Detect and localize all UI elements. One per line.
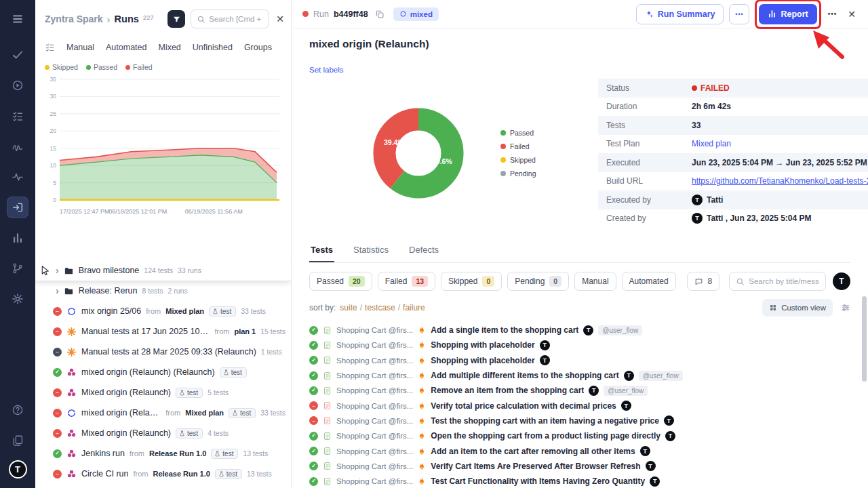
chevron-right-icon[interactable]: › [56, 265, 59, 276]
runs-tab-mixed[interactable]: Mixed [158, 43, 180, 52]
test-title[interactable]: Test the shopping cart with an item havi… [431, 416, 659, 426]
report-button[interactable]: Report [759, 4, 816, 24]
chevron-right-icon[interactable]: › [56, 285, 59, 296]
test-title[interactable]: Shopping with placeholder [431, 340, 534, 350]
runs-tab-automated[interactable]: Automated [106, 43, 146, 52]
group-name[interactable]: Release: Rerun [79, 286, 138, 296]
run-plan-name[interactable]: plan 1 [234, 327, 256, 336]
assignee-avatar[interactable]: T [589, 386, 599, 396]
sort-failure[interactable]: failure [403, 303, 425, 312]
test-row[interactable]: ✓Shopping Cart @firs...Add multiple diff… [309, 368, 850, 383]
group-name[interactable]: Bravo milestone [79, 266, 140, 275]
run-row[interactable]: ✓Jenkins runfromRelease Run 1.0test13 te… [35, 443, 291, 464]
tests-search[interactable] [729, 272, 826, 291]
run-name[interactable]: mix origin 25/06 [81, 306, 141, 316]
summary-more-button[interactable]: ••• [729, 4, 749, 24]
assignee-avatar[interactable]: T [540, 355, 550, 365]
runs-tab-manual[interactable]: Manual [66, 43, 94, 52]
run-row[interactable]: –Circle CI runfromRelease Run 1.0test13 … [35, 464, 291, 484]
test-title[interactable]: Shopping with placeholder [431, 356, 534, 365]
test-suite[interactable]: Shopping Cart @firs... [336, 417, 413, 425]
test-suite[interactable]: Shopping Cart @firs... [336, 447, 413, 455]
run-row[interactable]: –Mixed origin (Relaunch)test4 tests [35, 423, 291, 443]
test-title[interactable]: Remove an item from the shopping cart [431, 386, 584, 395]
test-title[interactable]: Verify Cart Items Are Preserved After Br… [431, 462, 640, 471]
filter-failed-button[interactable]: Failed13 [378, 272, 435, 291]
sidebar-help-icon[interactable] [7, 399, 28, 421]
test-suite[interactable]: Shopping Cart @firs... [336, 462, 413, 470]
filter-skipped-button[interactable]: Skipped0 [441, 272, 502, 291]
test-row[interactable]: ✓Shopping Cart @firs...Shopping with pla… [309, 353, 850, 368]
more-menu-button[interactable]: ••• [828, 10, 837, 18]
assignee-avatar[interactable]: T [665, 431, 675, 441]
assignee-avatar[interactable]: T [640, 446, 650, 456]
sort-suite[interactable]: suite [340, 303, 357, 312]
runs-search[interactable] [191, 9, 269, 28]
assignee-avatar[interactable]: T [624, 371, 634, 381]
test-row[interactable]: ✓Shopping Cart @firs...Shopping with pla… [309, 338, 850, 352]
sidebar-enter-icon[interactable] [7, 197, 28, 218]
sidebar-play-icon[interactable] [7, 75, 28, 96]
run-name[interactable]: Manual tests at 28 Mar 2025 09:33 (Relau… [81, 347, 256, 357]
run-name[interactable]: Manual tests at 17 Jun 2025 10:09 [81, 327, 210, 336]
test-suite[interactable]: Shopping Cart @firs... [336, 386, 413, 394]
filter-passed-button[interactable]: Passed20 [309, 272, 372, 291]
run-row[interactable]: –Mixed origin (Relaunch)test5 tests [35, 382, 291, 403]
run-name[interactable]: Jenkins run [81, 449, 125, 458]
test-title[interactable]: Verify total price calculation with deci… [431, 401, 616, 411]
run-row[interactable]: ✓mixed origin (Relaunch) (Relaunch)test [35, 362, 291, 382]
run-plan-name[interactable]: Release Run 1.0 [153, 470, 210, 478]
custom-view-button[interactable]: Custom view [762, 299, 833, 317]
assignee-avatar[interactable]: T [646, 461, 656, 471]
run-row[interactable]: –Manual tests at 28 Mar 2025 09:33 (Rela… [35, 342, 291, 362]
run-plan-name[interactable]: Mixed plan [185, 409, 224, 417]
runs-search-input[interactable] [209, 15, 263, 23]
run-name[interactable]: mixed origin (Relaunch) [81, 408, 161, 418]
project-name[interactable]: Zyntra Spark [45, 14, 103, 24]
test-row[interactable]: ✓Shopping Cart @firs...Add a single item… [309, 323, 850, 338]
view-settings-icon[interactable] [841, 303, 850, 312]
sidebar-pulse-icon[interactable] [7, 166, 28, 188]
test-suite[interactable]: Shopping Cart @firs... [336, 341, 413, 349]
test-suite[interactable]: Shopping Cart @firs... [336, 371, 413, 380]
run-name[interactable]: Mixed origin (Relaunch) [81, 388, 171, 397]
run-row[interactable]: –mix origin 25/06fromMixed plantest33 te… [35, 301, 291, 321]
runs-tab-unfinished[interactable]: Unfinished [193, 43, 233, 52]
run-name[interactable]: Mixed origin (Relaunch) [81, 428, 171, 438]
run-name[interactable]: Circle CI run [81, 469, 128, 479]
test-row[interactable]: ✓Shopping Cart @firs...Remove an item fr… [309, 383, 850, 398]
tab-tests[interactable]: Tests [309, 239, 334, 262]
test-row[interactable]: ✓Shopping Cart @firs...Add an item to th… [309, 443, 850, 458]
test-row[interactable]: ✓Shopping Cart @firs...Test Cart Functio… [309, 474, 850, 488]
test-row[interactable]: –Shopping Cart @firs...Verify total pric… [309, 398, 850, 413]
sidebar-check-icon[interactable] [7, 44, 28, 66]
run-row[interactable]: –mixed origin (Relaunch)fromMixed plante… [35, 403, 291, 423]
test-row[interactable]: ✓Shopping Cart @firs...Verify Cart Items… [309, 459, 850, 474]
assignee-avatar[interactable]: T [650, 476, 660, 487]
scrollbar-thumb[interactable] [862, 296, 867, 382]
test-row[interactable]: –Shopping Cart @firs...Test the shopping… [309, 413, 850, 428]
run-summary-button[interactable]: Run Summary [636, 4, 724, 24]
scrollbar[interactable] [861, 0, 867, 488]
assignee-avatar[interactable]: T [583, 325, 593, 336]
sidebar-checklist-icon[interactable] [7, 105, 28, 127]
run-plan-name[interactable]: Mixed plan [165, 307, 204, 315]
run-plan-name[interactable]: Release Run 1.0 [149, 449, 206, 458]
test-title[interactable]: Add a single item to the shopping cart [431, 325, 578, 335]
sort-testcase[interactable]: testcase [365, 303, 395, 312]
comments-filter-button[interactable]: 8 [687, 272, 720, 291]
test-title[interactable]: Add an item to the cart after removing a… [431, 447, 635, 456]
filter-pending-button[interactable]: Pending0 [507, 272, 569, 291]
tab-statistics[interactable]: Statistics [352, 239, 390, 262]
build-url-link[interactable]: https://github.com/TetianaKhomenko/Load-… [692, 176, 868, 186]
assignee-avatar[interactable]: T [621, 401, 631, 411]
test-suite[interactable]: Shopping Cart @firs... [336, 326, 413, 334]
sidebar-docs-icon[interactable] [7, 430, 28, 451]
test-suite[interactable]: Shopping Cart @firs... [336, 432, 413, 440]
run-type-badge[interactable]: mixed [393, 7, 439, 21]
tests-search-input[interactable] [749, 277, 819, 285]
sidebar-gear-icon[interactable] [7, 288, 28, 310]
test-suite[interactable]: Shopping Cart @firs... [336, 477, 413, 485]
group-row[interactable]: ›Bravo milestone124 tests33 runs [35, 260, 291, 281]
run-row[interactable]: –Manual tests at 17 Jun 2025 10:09frompl… [35, 321, 291, 342]
